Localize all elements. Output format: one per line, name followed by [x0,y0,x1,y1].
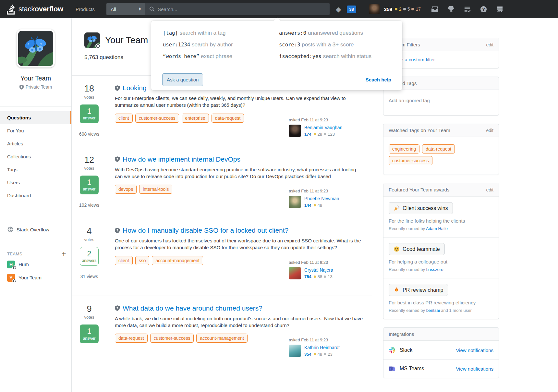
products-menu[interactable]: Products [72,6,99,12]
tag[interactable]: account-management [196,334,247,343]
tag[interactable]: enterprise [182,114,209,123]
svg-text:?: ? [482,7,485,12]
earned-user-link[interactable]: Adam Haile [426,226,448,231]
topbar-right-cluster: ◆ 38 359 2 5 17 ? [336,4,503,14]
gold-badge-icon [314,276,316,278]
question-link[interactable]: What data do we have around churned user… [123,304,262,312]
tag[interactable]: data-request [422,144,455,153]
author-name[interactable]: Kathrin Reinhardt [304,345,340,350]
private-shield-icon [12,265,17,270]
tag[interactable]: customer-success [389,156,432,165]
author-name[interactable]: Crystal Najera [304,267,333,273]
help-icon[interactable]: ? [480,6,487,13]
gold-badge-icon [314,133,316,135]
author-name[interactable]: Phoebe Newman [304,196,339,201]
silver-badge-icon [324,276,326,278]
view-notifications-link[interactable]: View notifications [456,348,493,353]
search-help-link[interactable]: Seach help [366,77,391,82]
asked-time: asked Feb 11 at 9:23 [289,337,372,342]
question-list: 18 votes 1 answer 608 views Looking For … [72,75,372,367]
team-avatar-your-team: Y [7,274,15,282]
tag[interactable]: sso [135,256,150,265]
trophy-icon[interactable] [447,6,455,13]
team-avatar-large[interactable]: ? ? [17,29,55,67]
inbox-icon[interactable] [431,6,439,13]
award-good-teammate[interactable]: Good teammate [389,243,445,255]
sidebar-item-stack-overflow[interactable]: Stack Overflow [0,220,71,239]
stack-overflow-logo[interactable]: stackoverflow [0,0,67,18]
private-shield-icon [115,228,120,233]
reputation-group[interactable]: 359 2 5 17 [384,6,421,12]
tag[interactable]: account-management [152,256,203,265]
private-shield-icon [115,85,120,91]
search-tip: isaccepted:yessearch within status [279,53,391,60]
view-notifications-link[interactable]: View notifications [456,366,493,372]
search-input[interactable] [158,6,326,12]
author-avatar[interactable] [289,267,301,279]
sidebar-item-collections[interactable]: Collections [0,150,71,163]
tag[interactable]: devops [115,185,137,194]
question-excerpt: One of our customers has locked themselv… [115,237,365,251]
moderator-diamond-icon[interactable]: ◆ [336,6,341,13]
svg-text:T: T [390,367,392,370]
left-sidebar: ? ? Your Team Private Team Questions For… [0,18,72,392]
edit-awards-link[interactable]: edit [486,187,493,192]
add-ignored-tag-input[interactable]: Add an ignored tag [389,98,430,103]
card-title: Featured Your Team awards [389,187,449,192]
sidebar-item-questions[interactable]: Questions [0,111,71,124]
review-queue-icon[interactable] [464,6,471,13]
bronze-badge-icon [411,8,414,10]
ask-question-button[interactable]: Ask a question [162,73,203,86]
gold-badge-icon [395,8,397,10]
author-avatar[interactable] [289,196,301,208]
edit-custom-filters-link[interactable]: edit [486,42,493,47]
question-tags: devops internal-tools [115,184,172,194]
author-name[interactable]: Benjamin Vaughan [304,125,342,130]
add-team-button[interactable]: + [62,250,66,258]
earned-user-link[interactable]: bentsai [426,308,440,313]
edit-watched-tags-link[interactable]: edit [486,128,493,133]
author-avatar[interactable] [289,345,301,357]
question-author-card: asked Feb 11 at 9:23 Crystal Najera 754 … [289,260,372,279]
topbar-icons: ? [431,6,503,13]
author-avatar[interactable] [289,125,301,137]
question-excerpt: For our Enterprise clients, we can see d… [115,95,365,109]
stack-exchange-icon[interactable] [496,6,503,13]
team-avatar-hum: H [7,261,15,268]
question-title: How do I manually disable SSO for a lock… [115,227,372,234]
award-description: For best in class PR reviewing efficienc… [389,300,493,305]
private-shield-icon [12,279,17,283]
team-privacy: Private Team [0,84,71,90]
tag[interactable]: customer-success [150,334,194,343]
award-earned-by: Recently earned by basszero [389,267,493,272]
silver-badge-icon [324,133,326,135]
earned-user-link[interactable]: basszero [426,267,443,272]
mod-count-badge[interactable]: 38 [347,6,356,13]
search-icon [149,6,155,12]
tag[interactable]: engineering [389,144,419,153]
question-link[interactable]: Looking [123,84,147,92]
tag[interactable]: client [115,256,133,265]
integration-ms-teams-row: T MS Teams View notifications [383,359,499,378]
globe-icon [7,226,14,233]
tag[interactable]: client [115,114,133,123]
award-pr-review-champ[interactable]: PR review champ [389,284,448,296]
sidebar-team-your-team[interactable]: Y Your Team [0,271,71,284]
search-scope-select[interactable]: All ▲▼ [106,3,145,15]
sidebar-item-for-you[interactable]: For You [0,124,71,137]
question-link[interactable]: How do I manually disable SSO for a lock… [123,227,288,234]
tag[interactable]: internal-tools [139,185,172,194]
question-link[interactable]: How do we implement internal DevOps [123,155,240,163]
sidebar-item-users[interactable]: Users [0,176,71,189]
tag[interactable]: customer-success [135,114,179,123]
sidebar-item-articles[interactable]: Articles [0,137,71,150]
user-avatar[interactable] [369,4,380,14]
tag[interactable]: data-request [212,114,244,123]
featured-awards-card: Featured Your Team awards edit Client su… [383,183,499,319]
sidebar-item-dashboard[interactable]: Dashboard [0,189,71,202]
sidebar-item-tags[interactable]: Tags [0,163,71,176]
sidebar-team-hum[interactable]: H Hum [0,258,71,271]
tag[interactable]: data-request [115,334,148,343]
award-client-success-wins[interactable]: Client success wins [389,202,453,214]
question-excerpt: With DevOps having become standard engin… [115,166,365,180]
